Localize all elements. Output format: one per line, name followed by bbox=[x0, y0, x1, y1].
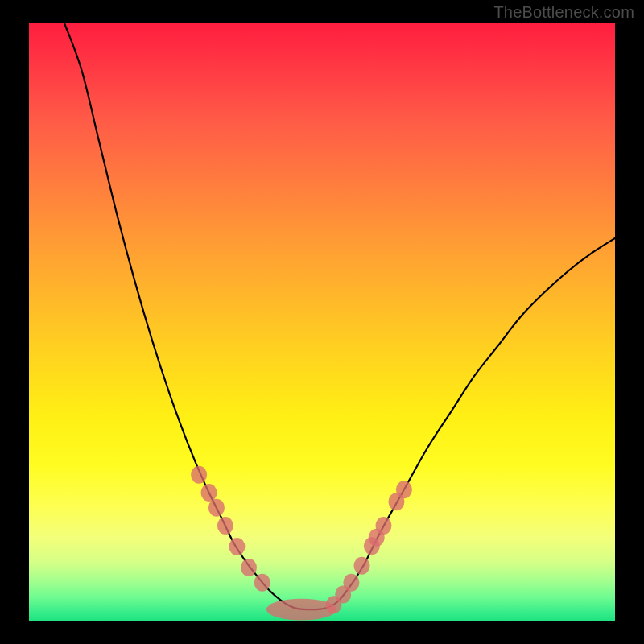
curve-marker bbox=[208, 499, 225, 517]
markers-right-group bbox=[326, 481, 412, 613]
chart-stage: TheBottleneck.com bbox=[0, 0, 644, 644]
curve-marker bbox=[396, 481, 412, 498]
curve-marker bbox=[254, 574, 270, 592]
curve-marker bbox=[354, 557, 370, 575]
bottom-marker-pill bbox=[266, 599, 336, 621]
curve-marker bbox=[375, 517, 391, 535]
curve-marker bbox=[201, 484, 217, 502]
plot-frame bbox=[29, 23, 615, 621]
curve-marker bbox=[191, 466, 207, 484]
markers-left-group bbox=[191, 466, 270, 592]
chart-overlay bbox=[29, 23, 615, 621]
curve-marker bbox=[343, 574, 359, 592]
watermark-text: TheBottleneck.com bbox=[493, 3, 634, 22]
curve-marker bbox=[241, 559, 257, 576]
curve-marker bbox=[217, 517, 233, 535]
curve-marker bbox=[229, 538, 245, 555]
bottleneck-curve bbox=[64, 23, 615, 609]
